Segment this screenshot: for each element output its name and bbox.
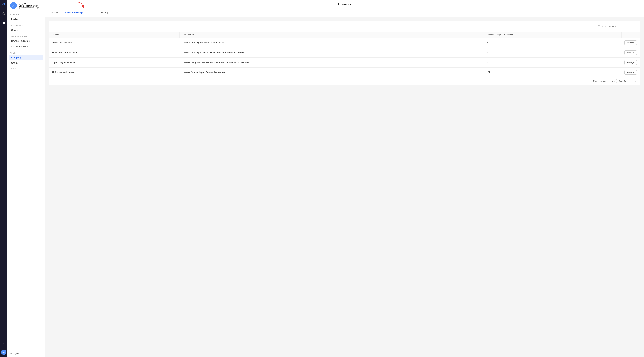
cell-description: License for enabling AI Summaries featur… (180, 68, 484, 78)
sidebar: QC QA_UM Client_Admin_User qausermanagem… (8, 0, 45, 357)
search-bar (49, 21, 640, 32)
sidebar-item-general[interactable]: General (8, 28, 44, 33)
col-header-action (622, 32, 640, 38)
sidebar-user-info: QA_UM Client_Admin_User qausermanagement… (19, 2, 43, 9)
tab-licenses-usage[interactable]: Licenses & Usage (61, 9, 86, 17)
table-row: AI Summaries License License for enablin… (49, 68, 640, 78)
tab-profile[interactable]: Profile (48, 9, 61, 17)
col-header-usage: License Usage / Purchased (484, 32, 622, 38)
cell-description: License granting access to Broker Resear… (180, 48, 484, 58)
content-area: License Description License Usage / Purc… (45, 17, 644, 357)
svg-line-1 (4, 14, 5, 15)
search-icon (598, 25, 600, 28)
main-content: Licenses Profile Licenses & Usage Users … (45, 0, 644, 357)
cell-license: Broker Research License (49, 48, 180, 58)
search-input[interactable] (602, 25, 635, 28)
manage-button[interactable]: Manage (624, 70, 637, 74)
sidebar-item-news-regulatory[interactable]: News & Regulatory (8, 38, 44, 44)
svg-line-8 (600, 26, 600, 27)
manage-button[interactable]: Manage (624, 40, 637, 45)
sidebar-header: QC QA_UM Client_Admin_User qausermanagem… (8, 0, 44, 12)
cell-usage: 2/10 (484, 58, 622, 68)
rows-per-page-select[interactable]: 10 25 50 (609, 79, 617, 83)
sidebar-section-preferences: PREFERENCES (8, 22, 44, 28)
cell-usage: 1/4 (484, 68, 622, 78)
next-page-button[interactable]: › (634, 79, 637, 83)
table-row: Expert Insights License License that gra… (49, 58, 640, 68)
col-header-description: Description (180, 32, 484, 38)
sidebar-item-audit[interactable]: Audit (8, 66, 44, 72)
svg-rect-2 (2, 22, 4, 23)
logout-icon: ⎋ (10, 352, 12, 355)
search-nav-icon[interactable] (1, 11, 6, 16)
cell-description: License granting admin role based access (180, 38, 484, 48)
table-row: Broker Research License License granting… (49, 48, 640, 58)
col-header-license: License (49, 32, 180, 38)
logout-label: Logout (13, 352, 20, 355)
sidebar-section-content-access: CONTENT ACCESS (8, 33, 44, 38)
svg-rect-4 (2, 23, 4, 24)
sidebar-item-access-requests[interactable]: Access Requests (8, 44, 44, 50)
cell-license: AI Summaries License (49, 68, 180, 78)
cell-usage: 0/10 (484, 48, 622, 58)
tabs-bar: Profile Licenses & Usage Users Settings (45, 9, 644, 17)
sidebar-item-groups[interactable]: Groups (8, 60, 44, 66)
grid-nav-icon[interactable] (1, 20, 6, 26)
manage-button[interactable]: Manage (624, 60, 637, 65)
svg-rect-5 (4, 23, 5, 24)
licenses-card: License Description License Usage / Purc… (48, 21, 640, 85)
sidebar-section-admin: ADMIN (8, 50, 44, 55)
page-info: 1–4 of 4 (619, 80, 626, 82)
rows-per-page: Rows per page: 10 25 50 (593, 79, 617, 83)
search-input-wrapper[interactable] (596, 24, 637, 29)
avatar: QC (10, 2, 17, 9)
cell-license: Expert Insights License (49, 58, 180, 68)
help-nav-icon[interactable]: ? (1, 341, 6, 346)
user-avatar-icon[interactable]: QC (1, 350, 6, 355)
cell-action: Manage (622, 38, 640, 48)
rows-per-page-label: Rows per page: (593, 80, 608, 82)
svg-point-7 (598, 25, 600, 26)
prev-page-button[interactable]: ‹ (629, 79, 632, 83)
icon-bar: AI ? QC (0, 0, 8, 357)
svg-rect-3 (4, 22, 5, 23)
cell-usage: 2/10 (484, 38, 622, 48)
pagination-bar: Rows per page: 10 25 50 1–4 of 4 ‹ › (49, 77, 640, 85)
cell-license: Admin User License (49, 38, 180, 48)
tab-users[interactable]: Users (86, 9, 98, 17)
table-row: Admin User License License granting admi… (49, 38, 640, 48)
sidebar-section-account: ACCOUNT (8, 12, 44, 16)
tab-settings[interactable]: Settings (98, 9, 112, 17)
cell-action: Manage (622, 48, 640, 58)
cell-description: License that grants access to Expert Cal… (180, 58, 484, 68)
sidebar-item-company[interactable]: Company (8, 55, 44, 60)
cell-action: Manage (622, 68, 640, 78)
cell-action: Manage (622, 58, 640, 68)
manage-button[interactable]: Manage (624, 50, 637, 55)
sidebar-email: qausermanagement+24@alpha-sense... (19, 7, 43, 9)
page-title: Licenses (45, 0, 644, 9)
sidebar-username: QA_UM Client_Admin_User (19, 2, 43, 7)
sidebar-item-profile[interactable]: Profile (8, 16, 44, 22)
ai-logo: AI (2, 2, 5, 5)
licenses-table: License Description License Usage / Purc… (49, 32, 640, 77)
logout-button[interactable]: ⎋ Logout (8, 350, 44, 357)
